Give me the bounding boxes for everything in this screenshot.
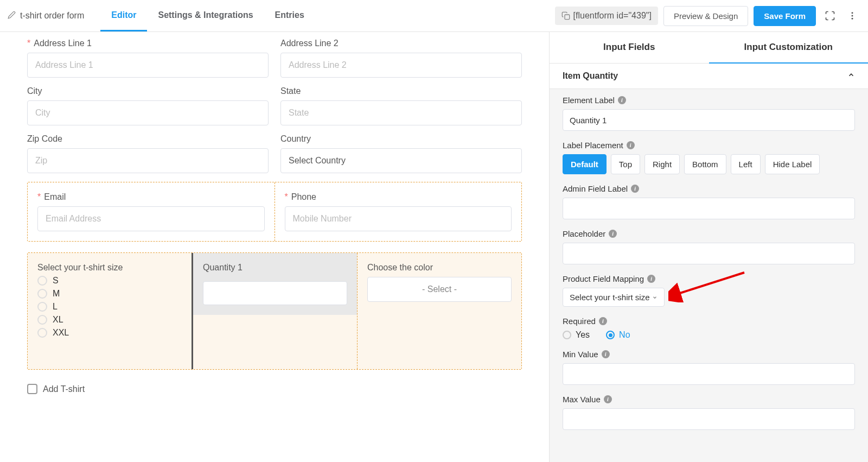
state-input[interactable] [280, 100, 522, 125]
placement-top[interactable]: Top [611, 154, 640, 174]
min-value-input[interactable] [563, 363, 855, 385]
state-label: State [280, 86, 301, 96]
addr1-input[interactable] [27, 53, 269, 78]
zip-label: Zip Code [27, 134, 62, 144]
side-tab-input-fields[interactable]: Input Fields [550, 32, 709, 64]
info-icon[interactable]: i [631, 185, 639, 193]
label-placement-label: Label Placement [563, 141, 623, 150]
shortcode-text: [fluentform id="439"] [573, 11, 652, 21]
required-no[interactable]: No [606, 330, 630, 340]
svg-point-2 [852, 15, 853, 17]
addr2-input[interactable] [280, 53, 522, 78]
size-option-xl[interactable]: XL [37, 315, 182, 325]
element-label-label: Element Label [563, 96, 615, 105]
sidebar: Input Fields Input Customization Item Qu… [549, 32, 868, 462]
size-option-xxl[interactable]: XXL [37, 328, 182, 338]
info-icon[interactable]: i [602, 350, 610, 358]
required-marker: * [27, 39, 30, 48]
qty-label: Quantity 1 [203, 263, 242, 273]
element-label-input[interactable] [563, 109, 855, 131]
info-icon[interactable]: i [618, 96, 626, 104]
size-option-s[interactable]: S [37, 276, 182, 286]
placement-default[interactable]: Default [563, 154, 607, 174]
save-form-button[interactable]: Save Form [754, 6, 816, 26]
info-icon[interactable]: i [609, 230, 617, 238]
info-icon[interactable]: i [604, 395, 612, 403]
required-yes[interactable]: Yes [563, 330, 590, 340]
placeholder-label: Placeholder [563, 229, 605, 238]
city-input[interactable] [27, 100, 269, 125]
placeholder-input[interactable] [563, 243, 855, 264]
email-input[interactable] [37, 206, 265, 231]
tab-entries[interactable]: Entries [264, 1, 315, 31]
phone-input[interactable] [285, 206, 512, 231]
section-header-item-quantity[interactable]: Item Quantity [550, 64, 868, 89]
preview-design-button[interactable]: Preview & Design [663, 6, 748, 26]
size-option-m[interactable]: M [37, 289, 182, 299]
tab-settings[interactable]: Settings & Integrations [147, 1, 264, 31]
fullscreen-icon[interactable] [821, 7, 839, 24]
email-label: Email [44, 192, 66, 202]
quantity-field-selected[interactable]: Quantity 1 [192, 253, 357, 369]
placement-right[interactable]: Right [644, 154, 680, 174]
required-label: Required [563, 317, 596, 326]
product-row[interactable]: Select your t-shirt size S M L XL XXL Qu… [27, 252, 522, 370]
form-title[interactable]: t-shirt order form [20, 11, 84, 21]
quantity-input[interactable] [203, 281, 347, 305]
city-label: City [27, 86, 42, 96]
info-icon[interactable]: i [599, 317, 607, 325]
email-phone-row[interactable]: *Email *Phone [27, 182, 522, 242]
country-select[interactable]: Select Country [280, 148, 522, 173]
product-field-mapping-select[interactable]: Select your t-shirt size [563, 288, 665, 307]
max-value-input[interactable] [563, 408, 855, 430]
placement-bottom[interactable]: Bottom [684, 154, 726, 174]
mapping-label: Product Field Mapping [563, 274, 644, 283]
placement-left[interactable]: Left [731, 154, 761, 174]
max-value-label: Max Value [563, 395, 601, 404]
edit-title-icon[interactable] [8, 11, 16, 21]
admin-label-label: Admin Field Label [563, 184, 628, 193]
svg-point-3 [852, 18, 853, 20]
addr2-label: Address Line 2 [280, 39, 339, 48]
shortcode-box[interactable]: [fluentform id="439"] [555, 7, 658, 25]
svg-rect-0 [565, 15, 570, 20]
tab-editor[interactable]: Editor [100, 1, 147, 31]
admin-label-input[interactable] [563, 198, 855, 219]
placement-hide[interactable]: Hide Label [765, 154, 820, 174]
side-tab-input-customization[interactable]: Input Customization [709, 32, 869, 64]
addr1-label: Address Line 1 [34, 39, 92, 48]
add-tshirt-checkbox[interactable]: Add T-shirt [27, 384, 522, 394]
info-icon[interactable]: i [647, 275, 655, 283]
size-option-l[interactable]: L [37, 302, 182, 312]
color-select[interactable]: - Select - [367, 277, 512, 302]
info-icon[interactable]: i [627, 141, 635, 149]
svg-point-1 [852, 12, 853, 14]
zip-input[interactable] [27, 148, 269, 173]
more-menu-icon[interactable] [844, 8, 860, 24]
chevron-up-icon [847, 71, 855, 81]
main-tabs: Editor Settings & Integrations Entries [100, 1, 315, 31]
form-canvas: *Address Line 1 Address Line 2 City Stat… [0, 32, 549, 462]
top-bar: t-shirt order form Editor Settings & Int… [0, 0, 868, 32]
min-value-label: Min Value [563, 350, 598, 359]
color-label: Choose the color [367, 263, 433, 273]
phone-label: Phone [291, 192, 316, 202]
country-label: Country [280, 134, 311, 144]
size-label: Select your t-shirt size [37, 263, 123, 273]
